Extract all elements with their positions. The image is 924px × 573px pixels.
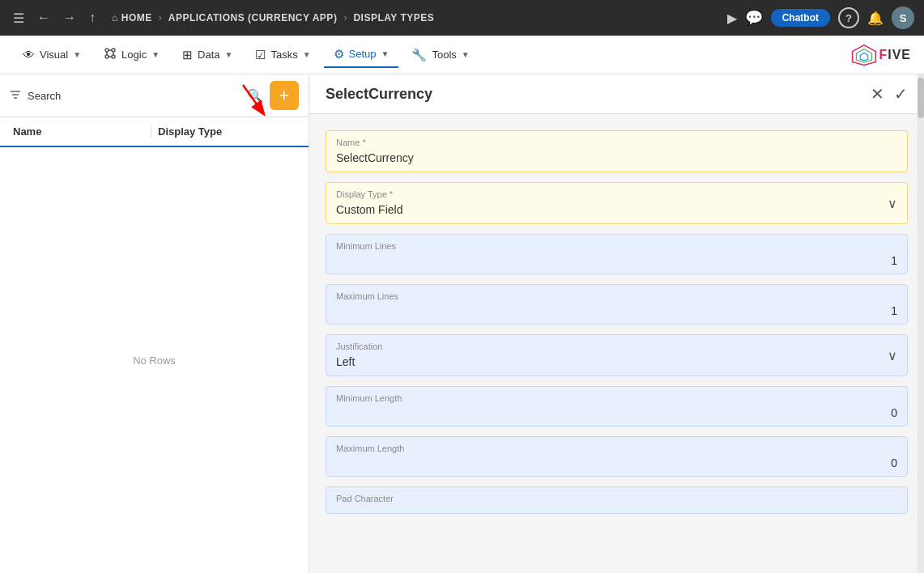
menu-item-setup[interactable]: ⚙ Setup ▼ <box>324 42 399 68</box>
menu-item-visual[interactable]: 👁 Visual ▼ <box>13 43 91 66</box>
svg-point-0 <box>105 49 109 52</box>
five-logo: FIVE <box>851 44 911 66</box>
field-maximum-lines: Maximum Lines 1 <box>326 284 908 325</box>
field-minimum-length-value: 0 <box>336 406 897 419</box>
field-display-type: Display Type * Custom Field ∨ <box>326 182 908 224</box>
search-bar: 🔍 + <box>0 74 309 117</box>
breadcrumb-sep-1: › <box>159 12 162 23</box>
home-icon: ⌂ <box>112 12 118 23</box>
justification-dropdown-arrow[interactable]: ∨ <box>888 348 897 363</box>
menu-item-setup-label: Setup <box>349 48 377 60</box>
breadcrumb-home-label[interactable]: HOME <box>121 12 152 23</box>
chatbot-button[interactable]: Chatbot <box>771 9 830 27</box>
field-display-type-label: Display Type * <box>336 189 897 199</box>
breadcrumb-home[interactable]: ⌂ HOME <box>112 12 152 23</box>
table-header: Name Display Type <box>0 117 309 147</box>
field-minimum-length-label: Minimum Length <box>336 393 897 403</box>
field-justification: Justification Left ∨ <box>326 334 908 376</box>
up-icon[interactable]: ↑ <box>86 7 99 28</box>
logic-icon <box>104 47 117 62</box>
field-name-label: Name * <box>336 138 897 147</box>
avatar[interactable]: S <box>892 6 914 29</box>
right-panel-header: SelectCurrency ✕ ✓ <box>309 74 924 114</box>
left-panel: 🔍 + Name Display Type No Rows <box>0 74 309 573</box>
menu-item-tools[interactable]: 🔧 Tools ▼ <box>402 43 479 67</box>
hamburger-menu-icon[interactable]: ☰ <box>10 7 28 29</box>
svg-point-2 <box>105 55 109 58</box>
menu-item-tasks[interactable]: ☑ Tasks ▼ <box>245 43 320 67</box>
visual-icon: 👁 <box>23 48 35 62</box>
menu-bar: 👁 Visual ▼ Logic ▼ ⊞ Data ▼ ☑ Tasks ▼ ⚙ … <box>0 36 924 74</box>
svg-marker-10 <box>861 53 869 61</box>
field-display-type-value: Custom Field <box>336 203 402 216</box>
tasks-icon: ☑ <box>255 48 266 62</box>
menu-item-data[interactable]: ⊞ Data ▼ <box>172 43 242 67</box>
filter-icon[interactable] <box>10 89 21 103</box>
right-panel: SelectCurrency ✕ ✓ Name * Display Type *… <box>309 74 924 573</box>
breadcrumb: ⌂ HOME › APPLICATIONS (CURRENCY APP) › D… <box>112 12 721 23</box>
field-maximum-length-label: Maximum Length <box>336 444 897 453</box>
chat-icon[interactable]: 💬 <box>745 9 763 27</box>
field-maximum-length-value: 0 <box>336 456 897 469</box>
field-pad-character: Pad Character <box>326 486 908 514</box>
breadcrumb-applications[interactable]: APPLICATIONS (CURRENCY APP) <box>168 12 338 23</box>
menu-item-tools-label: Tools <box>432 49 456 61</box>
field-minimum-length: Minimum Length 0 <box>326 386 908 427</box>
breadcrumb-display-types[interactable]: DISPLAY TYPES <box>353 12 434 23</box>
play-button[interactable]: ▶ <box>727 11 737 26</box>
scrollbar-track[interactable] <box>918 74 924 573</box>
forward-icon[interactable]: → <box>60 7 79 28</box>
bell-icon[interactable]: 🔔 <box>867 11 884 26</box>
field-maximum-length: Maximum Length 0 <box>326 436 908 477</box>
tools-icon: 🔧 <box>411 48 427 62</box>
field-minimum-lines-value: 1 <box>336 254 897 267</box>
tasks-dropdown-arrow: ▼ <box>303 50 311 59</box>
top-bar-actions: ▶ 💬 Chatbot ? 🔔 S <box>727 6 914 29</box>
add-button[interactable]: + <box>270 81 299 110</box>
logic-dropdown-arrow: ▼ <box>151 50 160 59</box>
breadcrumb-sep-2: › <box>343 12 347 23</box>
menu-item-tasks-label: Tasks <box>270 49 297 61</box>
field-justification-value: Left <box>336 355 355 368</box>
field-pad-character-label: Pad Character <box>336 494 897 503</box>
data-dropdown-arrow: ▼ <box>225 50 233 59</box>
svg-point-3 <box>112 55 115 58</box>
help-icon[interactable]: ? <box>838 7 859 28</box>
scrollbar-thumb[interactable] <box>918 78 924 118</box>
column-header-display-type: Display Type <box>151 125 296 138</box>
field-minimum-lines-label: Minimum Lines <box>336 241 897 251</box>
header-actions: ✕ ✓ <box>871 84 908 104</box>
save-check-button[interactable]: ✓ <box>894 84 908 104</box>
search-icon[interactable]: 🔍 <box>247 88 263 104</box>
search-input[interactable] <box>28 90 241 102</box>
visual-dropdown-arrow: ▼ <box>73 50 81 59</box>
tools-dropdown-arrow: ▼ <box>462 50 470 59</box>
svg-point-1 <box>112 49 115 52</box>
back-icon[interactable]: ← <box>34 7 53 28</box>
main-content: 🔍 + Name Display Type No Rows SelectCurr… <box>0 74 924 573</box>
field-minimum-lines: Minimum Lines 1 <box>326 234 908 274</box>
column-header-name: Name <box>13 125 151 138</box>
no-rows-message: No Rows <box>0 147 309 573</box>
data-icon: ⊞ <box>182 48 193 62</box>
five-logo-text: FIVE <box>879 48 911 62</box>
setup-dropdown-arrow: ▼ <box>381 49 390 58</box>
menu-item-logic[interactable]: Logic ▼ <box>94 42 169 67</box>
setup-icon: ⚙ <box>334 47 344 62</box>
field-name: Name * <box>326 130 908 172</box>
menu-item-data-label: Data <box>198 49 219 61</box>
menu-item-visual-label: Visual <box>40 49 68 61</box>
field-maximum-lines-label: Maximum Lines <box>336 291 897 301</box>
menu-item-logic-label: Logic <box>121 49 147 61</box>
top-navigation-bar: ☰ ← → ↑ ⌂ HOME › APPLICATIONS (CURRENCY … <box>0 0 924 36</box>
field-name-input[interactable] <box>336 151 897 164</box>
form-area: Name * Display Type * Custom Field ∨ Min… <box>309 114 924 530</box>
field-maximum-lines-value: 1 <box>336 304 897 317</box>
display-type-dropdown-arrow[interactable]: ∨ <box>888 196 897 211</box>
record-title: SelectCurrency <box>326 86 871 103</box>
field-justification-label: Justification <box>336 342 897 351</box>
close-button[interactable]: ✕ <box>871 84 884 104</box>
